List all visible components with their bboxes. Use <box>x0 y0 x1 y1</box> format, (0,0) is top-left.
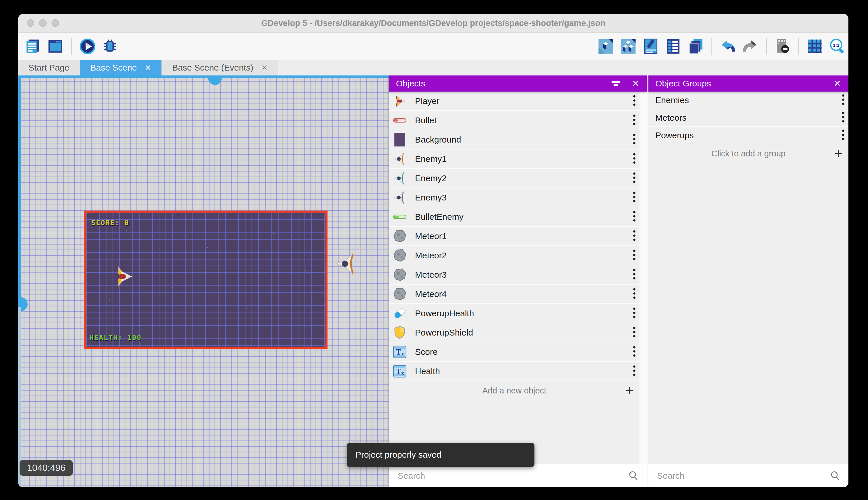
object-row-player[interactable]: Player <box>389 92 640 111</box>
background-instance[interactable]: SCORE: 0 HEALTH: 100 <box>84 211 328 349</box>
object-row-meteor3[interactable]: Meteor3 <box>389 265 640 285</box>
close-icon[interactable]: ✕ <box>261 64 268 71</box>
object-label: PowerupHealth <box>415 308 474 318</box>
object-label: Bullet <box>415 115 437 125</box>
object-row-background[interactable]: Background <box>389 130 640 149</box>
object-row-poweruphealth[interactable]: PowerupHealth <box>389 304 640 323</box>
plus-icon: + <box>834 146 843 161</box>
object-row-health[interactable]: TxHealth <box>389 362 640 381</box>
object-row-bullet[interactable]: Bullet <box>389 111 640 130</box>
toast-notification: Project properly saved <box>347 443 535 467</box>
powerup-shield-icon <box>392 326 407 340</box>
object-row-meteor4[interactable]: Meteor4 <box>389 285 640 304</box>
group-label: Powerups <box>655 130 694 140</box>
kebab-menu-icon[interactable] <box>633 191 636 204</box>
objects-panel-title: Objects <box>396 79 425 88</box>
kebab-menu-icon[interactable] <box>633 133 636 146</box>
object-row-bulletenemy[interactable]: BulletEnemy <box>389 207 640 227</box>
kebab-menu-icon[interactable] <box>633 172 636 185</box>
vertical-scrollbar-track[interactable] <box>18 307 21 487</box>
toolbar-separator <box>766 38 767 55</box>
kebab-menu-icon[interactable] <box>633 326 636 339</box>
object-row-enemy1[interactable]: Enemy1 <box>389 149 640 169</box>
tab-start-page[interactable]: Start Page <box>18 60 80 76</box>
kebab-menu-icon[interactable] <box>633 365 636 378</box>
object-groups-panel-icon[interactable] <box>620 38 637 55</box>
kebab-menu-icon[interactable] <box>633 345 636 359</box>
kebab-menu-icon[interactable] <box>633 114 636 127</box>
scene-canvas[interactable]: SCORE: 0 HEALTH: 100 <box>18 76 389 487</box>
object-row-meteor1[interactable]: Meteor1 <box>389 227 640 246</box>
toolbar: 1:1 <box>18 33 848 60</box>
vertical-scrollbar[interactable] <box>18 76 21 307</box>
debug-icon[interactable] <box>102 38 118 55</box>
object-label: Background <box>415 135 461 145</box>
kebab-menu-icon[interactable] <box>633 287 636 301</box>
window-icon[interactable] <box>47 38 63 55</box>
undo-icon[interactable] <box>719 38 736 55</box>
object-row-score[interactable]: TxScore <box>389 342 640 362</box>
redo-icon[interactable] <box>742 38 759 55</box>
kebab-menu-icon[interactable] <box>633 152 636 166</box>
kebab-menu-icon[interactable] <box>633 268 636 281</box>
search-icon <box>830 470 841 481</box>
properties-icon[interactable] <box>642 38 659 55</box>
horizontal-scrollbar[interactable] <box>18 76 389 78</box>
group-row-powerups[interactable]: Powerups <box>648 127 848 144</box>
add-object-button[interactable]: Add a new object+ <box>389 381 640 400</box>
object-label: Health <box>415 366 440 376</box>
instances-mask-icon[interactable] <box>774 38 791 55</box>
text-object-icon: Tx <box>392 345 407 359</box>
object-label: Enemy3 <box>415 193 447 203</box>
group-row-enemies[interactable]: Enemies <box>648 92 848 109</box>
object-label: Enemy2 <box>415 173 447 183</box>
group-row-meteors[interactable]: Meteors <box>648 109 848 127</box>
add-group-button[interactable]: Click to add a group+ <box>648 144 848 163</box>
enemy-ship-instance[interactable] <box>334 251 359 277</box>
kebab-menu-icon[interactable] <box>842 129 845 142</box>
background-icon <box>392 133 407 147</box>
kebab-menu-icon[interactable] <box>633 94 636 108</box>
tab-base-scene[interactable]: Base Scene✕ <box>80 60 162 76</box>
meteor-icon <box>392 268 407 282</box>
player-ship-instance[interactable] <box>111 264 135 288</box>
project-manager-icon[interactable] <box>24 38 41 55</box>
objects-panel-header: Objects ✕ <box>389 76 647 92</box>
tab-base-scene-events[interactable]: Base Scene (Events)✕ <box>162 60 278 76</box>
powerup-health-icon <box>392 306 407 320</box>
svg-text:1:1: 1:1 <box>833 42 840 47</box>
object-row-enemy3[interactable]: Enemy3 <box>389 188 640 207</box>
horizontal-scrollbar-thumb[interactable] <box>208 78 222 85</box>
object-groups-panel-title: Object Groups <box>655 79 711 88</box>
object-label: PowerupShield <box>415 328 473 338</box>
kebab-menu-icon[interactable] <box>842 111 845 124</box>
cursor-coordinates-badge: 1040;496 <box>20 460 73 476</box>
layers-icon[interactable] <box>687 38 704 55</box>
vertical-scrollbar-thumb[interactable] <box>21 297 28 311</box>
objects-search-input[interactable] <box>397 470 628 481</box>
close-icon[interactable]: ✕ <box>632 79 639 88</box>
grid-icon[interactable] <box>806 38 823 55</box>
object-label: Meteor4 <box>415 289 447 299</box>
kebab-menu-icon[interactable] <box>633 307 636 320</box>
kebab-menu-icon[interactable] <box>633 249 636 262</box>
object-row-enemy2[interactable]: Enemy2 <box>389 169 640 188</box>
close-icon[interactable]: ✕ <box>834 79 841 88</box>
tab-label: Base Scene (Events) <box>172 63 253 72</box>
kebab-menu-icon[interactable] <box>633 210 636 224</box>
meteor-icon <box>392 229 407 243</box>
close-icon[interactable]: ✕ <box>145 64 151 71</box>
object-row-powerupshield[interactable]: PowerupShield <box>389 323 640 342</box>
objects-panel-icon[interactable] <box>597 38 614 55</box>
object-groups-panel-header: Object Groups ✕ <box>648 76 848 92</box>
object-row-meteor2[interactable]: Meteor2 <box>389 246 640 265</box>
filter-icon[interactable] <box>611 79 620 88</box>
objects-list-scrollbar-gutter[interactable] <box>640 92 647 464</box>
zoom-1-1-icon[interactable]: 1:1 <box>829 38 846 55</box>
kebab-menu-icon[interactable] <box>633 229 636 243</box>
instances-list-icon[interactable] <box>665 38 681 55</box>
tab-label: Start Page <box>28 63 69 72</box>
groups-search-input[interactable] <box>656 470 830 481</box>
kebab-menu-icon[interactable] <box>842 94 845 107</box>
preview-icon[interactable] <box>79 38 96 55</box>
